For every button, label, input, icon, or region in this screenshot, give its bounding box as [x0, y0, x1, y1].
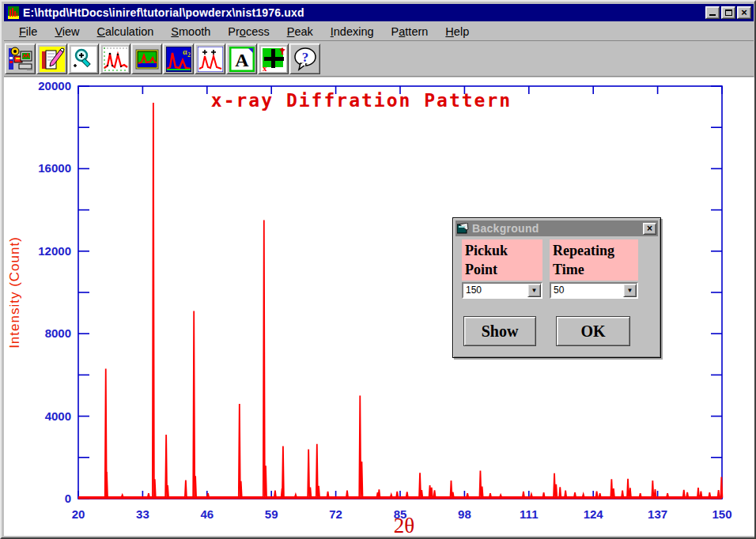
toolbar: α 2 A: [4, 42, 754, 77]
display-pattern-icon: [134, 47, 160, 72]
svg-text:8000: 8000: [45, 326, 71, 340]
instrument-icon: [8, 47, 33, 72]
zoom-button[interactable]: [68, 43, 99, 74]
svg-text:?: ?: [301, 50, 308, 65]
help-icon: ?: [293, 47, 318, 72]
dialog-title-bar[interactable]: Background ×: [455, 220, 658, 236]
pickup-point-combobox[interactable]: 150 ▼: [462, 282, 542, 299]
raw-pattern-icon: [103, 47, 128, 72]
svg-text:33: 33: [136, 507, 149, 521]
ok-button[interactable]: OK: [556, 316, 630, 346]
dialog-title: Background: [472, 222, 643, 235]
peak-search-button[interactable]: [195, 43, 225, 74]
menu-indexing[interactable]: Indexing: [323, 24, 382, 40]
svg-text:98: 98: [458, 507, 471, 521]
app-icon: [6, 6, 19, 19]
maximize-button[interactable]: [721, 6, 735, 19]
minimize-button[interactable]: [705, 6, 720, 19]
close-icon: ×: [741, 6, 747, 18]
svg-text:16000: 16000: [38, 161, 71, 175]
svg-text:20000: 20000: [38, 79, 71, 92]
axes-grid-button[interactable]: x Y: [258, 43, 289, 74]
pickup-point-value: 150: [463, 284, 527, 297]
menu-pattern[interactable]: Pattern: [384, 24, 437, 40]
app-window: E:\httpd\HtDocs\iniref\tutorial\powderx\…: [0, 0, 756, 539]
kalpha2-strip-button[interactable]: α 2: [163, 43, 194, 74]
svg-text:124: 124: [584, 507, 604, 521]
annotation-icon: A: [229, 47, 255, 72]
svg-text:59: 59: [265, 507, 278, 521]
menu-bar: FileViewCalculationSmoothProcessPeakInde…: [4, 23, 754, 41]
edit-notebook-icon: [40, 47, 65, 72]
svg-text:2: 2: [187, 51, 191, 58]
menu-process[interactable]: Process: [220, 24, 277, 40]
svg-text:111: 111: [520, 507, 538, 521]
repeating-time-combobox[interactable]: 50 ▼: [550, 282, 638, 299]
repeating-time-value: 50: [551, 284, 623, 297]
minimize-icon: [709, 10, 716, 16]
repeating-time-dropdown-arrow-icon[interactable]: ▼: [623, 284, 637, 297]
menu-smooth[interactable]: Smooth: [163, 24, 218, 40]
axes-grid-icon: x Y: [261, 47, 286, 72]
menu-view[interactable]: View: [47, 24, 87, 40]
repeating-time-label: Repeating Time: [550, 239, 638, 281]
zoom-icon: [71, 47, 96, 72]
svg-text:72: 72: [329, 507, 342, 521]
maximize-icon: [725, 9, 732, 16]
window-controls: ×: [705, 6, 751, 19]
svg-text:20: 20: [72, 507, 85, 521]
menu-calculation[interactable]: Calculation: [89, 24, 162, 40]
svg-text:A: A: [235, 50, 249, 70]
help-button[interactable]: ?: [289, 43, 320, 74]
annotation-button[interactable]: A: [226, 43, 257, 74]
pickup-point-dropdown-arrow-icon[interactable]: ▼: [527, 284, 541, 297]
show-button[interactable]: Show: [463, 316, 536, 346]
dialog-close-icon: ×: [647, 224, 652, 233]
chart-area: 2033465972859811112413715004000800012000…: [4, 77, 755, 536]
svg-text:150: 150: [712, 507, 731, 521]
pickup-point-label-line1: Pickuk: [465, 241, 542, 260]
svg-text:x-ray Diffration Pattern: x-ray Diffration Pattern: [211, 90, 512, 111]
kalpha2-strip-icon: α 2: [166, 47, 191, 72]
dialog-icon: [457, 223, 469, 234]
dialog-close-button[interactable]: ×: [643, 223, 656, 235]
title-bar: E:\httpd\HtDocs\iniref\tutorial\powderx\…: [4, 4, 754, 21]
instrument-button[interactable]: [5, 43, 36, 74]
svg-text:2θ: 2θ: [394, 514, 414, 536]
pickup-point-label-line2: Point: [465, 260, 542, 279]
svg-text:x: x: [263, 63, 267, 72]
peak-search-icon: [198, 47, 223, 72]
repeating-time-label-line1: Repeating: [553, 241, 638, 260]
close-button[interactable]: ×: [737, 6, 751, 19]
menu-file[interactable]: File: [11, 24, 45, 40]
svg-text:0: 0: [65, 492, 71, 505]
svg-text:Intensity (Count): Intensity (Count): [7, 236, 22, 349]
menu-help[interactable]: Help: [437, 24, 477, 40]
raw-pattern-button[interactable]: [100, 43, 130, 74]
menu-peak[interactable]: Peak: [279, 24, 321, 40]
edit-notebook-button[interactable]: [36, 43, 67, 74]
svg-text:46: 46: [200, 507, 214, 521]
repeating-time-label-line2: Time: [553, 260, 638, 279]
svg-text:12000: 12000: [38, 244, 71, 258]
pickup-point-label: Pickuk Point: [462, 239, 542, 281]
window-title: E:\httpd\HtDocs\iniref\tutorial\powderx\…: [23, 6, 705, 19]
svg-text:137: 137: [648, 507, 667, 521]
display-pattern-button[interactable]: [131, 43, 162, 74]
svg-text:4000: 4000: [45, 409, 71, 423]
background-dialog: Background × Pickuk Point Repeating Time…: [452, 217, 661, 358]
